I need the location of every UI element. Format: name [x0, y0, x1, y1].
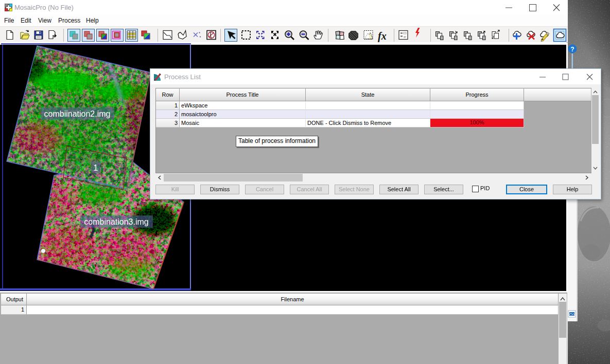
svg-text:?: ?	[570, 46, 574, 53]
svg-text:1: 1	[94, 163, 98, 172]
svg-text:fx: fx	[378, 30, 387, 42]
svg-text:combiination2.img: combiination2.img	[44, 110, 111, 118]
svg-text:combination3.img: combination3.img	[84, 217, 148, 226]
